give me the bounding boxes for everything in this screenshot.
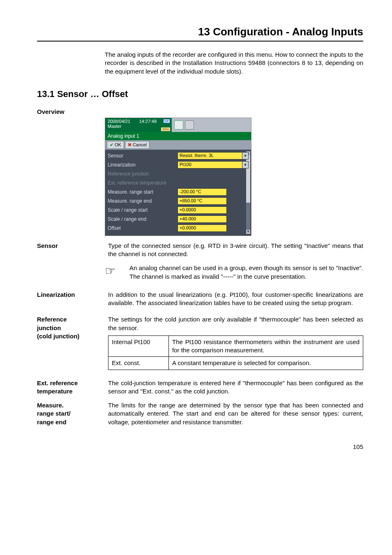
x-icon: ✖ xyxy=(128,142,131,148)
page-title: 13 Configuration - Analog Inputs xyxy=(37,25,363,39)
linearization-dropdown[interactable]: Pt100 ▼ xyxy=(178,161,249,169)
table-cell: Ext. const. xyxy=(108,357,169,370)
overview-label: Overview xyxy=(37,108,108,116)
table-cell: A constant temperature is selected for c… xyxy=(169,357,363,370)
sensor-dropdown-value: Resist. therm. 3L xyxy=(180,153,214,159)
scale-range-end-label: Scale / range end xyxy=(108,216,178,222)
toolbar-icon-2[interactable] xyxy=(185,120,194,130)
scale-range-start-label: Scale / range start xyxy=(108,207,178,213)
measure-range-start-field[interactable]: -200.00 °C xyxy=(178,188,227,196)
reference-junction-table: Internal Pt100 The Pt100 resistance ther… xyxy=(108,335,363,370)
ext-reference-text: The cold-junction temperature is entered… xyxy=(108,379,363,396)
cancel-label: Cancel xyxy=(133,142,147,148)
offset-field[interactable]: +0.0000 xyxy=(178,224,227,232)
reference-junction-section-label: Reference junction (cold junction) xyxy=(37,315,108,340)
sensor-dropdown[interactable]: Resist. therm. 3L ▼ xyxy=(178,152,249,160)
table-cell: The Pt100 resistance thermometers within… xyxy=(169,335,363,357)
chevron-down-icon: ▼ xyxy=(242,162,248,168)
measure-range-text: The limits for the range are determined … xyxy=(108,401,363,426)
cf-badge: CF xyxy=(163,119,170,123)
table-cell: Internal Pt100 xyxy=(108,335,169,357)
screenshot-time: 14:27:48 xyxy=(139,119,157,124)
pct-badge: 99% xyxy=(161,127,170,131)
screenshot-header: Analog input 1 xyxy=(105,132,251,140)
offset-label: Offset xyxy=(108,225,178,231)
linearization-dropdown-value: Pt100 xyxy=(180,162,191,168)
scale-range-end-field[interactable]: +40.000 xyxy=(178,215,227,223)
check-icon: ✔ xyxy=(110,142,113,148)
scroll-down-icon[interactable]: ▼ xyxy=(246,230,250,234)
linearization-section-text: In addition to the usual linearizations … xyxy=(108,291,363,308)
ext-reference-section-label: Ext. reference temperature xyxy=(37,379,108,396)
title-rule xyxy=(37,41,363,42)
scale-range-start-field[interactable]: +0.0000 xyxy=(178,206,227,214)
screenshot-date: 2008/04/21 xyxy=(108,119,130,124)
sensor-note-text: An analog channel can be used in a group… xyxy=(129,264,363,281)
section-heading: 13.1 Sensor … Offset xyxy=(37,88,363,100)
measure-range-end-field[interactable]: +850.00 °C xyxy=(178,197,227,205)
reference-junction-row-label: Reference junction xyxy=(108,171,178,177)
measure-range-start-label: Measure. range start xyxy=(108,189,178,195)
table-row: Ext. const. A constant temperature is se… xyxy=(108,357,363,370)
cancel-button[interactable]: ✖ Cancel xyxy=(125,141,150,149)
ext-ref-temp-row-label: Ext. reference temperature xyxy=(108,180,178,186)
reference-junction-text: The settings for the cold junction are o… xyxy=(108,315,363,332)
config-screenshot: 2008/04/21 14:27:48 Master CF 99% Analog… xyxy=(105,118,251,236)
toolbar-icon-1[interactable] xyxy=(174,120,183,130)
sensor-section-label: Sensor xyxy=(37,242,108,250)
measure-range-section-label: Measure. range start/ range end xyxy=(37,401,108,426)
chevron-down-icon: ▼ xyxy=(242,153,248,159)
ok-button[interactable]: ✔ OK xyxy=(107,141,124,149)
table-row: Internal Pt100 The Pt100 resistance ther… xyxy=(108,335,363,357)
intro-text: The analog inputs of the recorder are co… xyxy=(105,51,363,76)
measure-range-end-label: Measure. range end xyxy=(108,198,178,204)
screenshot-titlebar: 2008/04/21 14:27:48 Master CF 99% xyxy=(105,118,251,132)
linearization-row-label: Linearization xyxy=(108,162,178,168)
ok-label: OK xyxy=(115,142,121,148)
sensor-row-label: Sensor xyxy=(108,153,178,159)
screenshot-master: Master xyxy=(108,124,122,129)
sensor-section-text: Type of the connected sensor (e.g. RTD i… xyxy=(108,242,363,259)
pointing-hand-icon: ☞ xyxy=(105,264,129,277)
page-number: 105 xyxy=(37,443,363,451)
linearization-section-label: Linearization xyxy=(37,291,108,299)
